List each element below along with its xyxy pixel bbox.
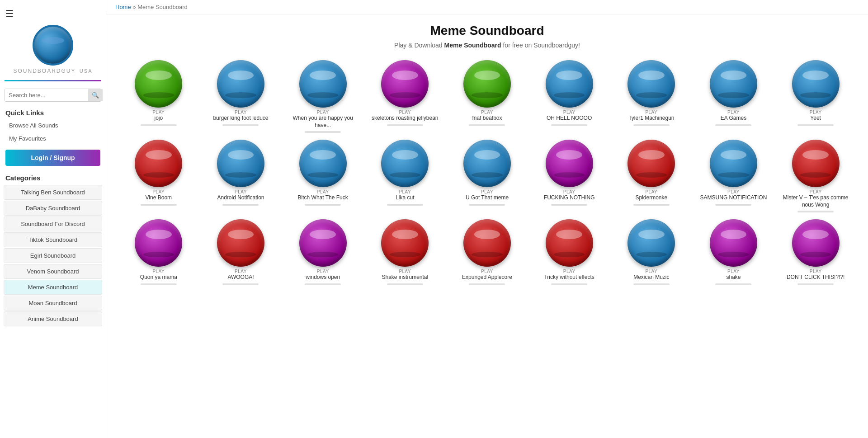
sound-progress [469,124,505,126]
play-button[interactable] [546,219,593,267]
play-button[interactable] [627,60,675,108]
play-button[interactable] [710,140,757,187]
play-text: PLAY [544,269,594,274]
sound-item[interactable]: PLAY jojo [120,60,198,133]
sound-item[interactable]: PLAY burger king foot leduce [202,60,280,133]
play-button[interactable] [710,219,757,267]
sound-item[interactable]: PLAY Expunged Applecore [448,219,526,285]
menu-icon[interactable]: ☰ [0,5,19,23]
play-button[interactable] [299,60,347,108]
play-button[interactable] [299,140,347,187]
play-text: PLAY [462,269,512,274]
play-button[interactable] [381,219,429,267]
play-button[interactable] [546,140,593,187]
sound-label: PLAY jojo [152,110,165,122]
play-button[interactable] [135,219,182,267]
sound-item[interactable]: PLAY Android Notification [202,140,280,212]
page-subtitle: Play & Download Meme Soundboard for free… [120,42,854,49]
subtitle-prefix: Play & Download [394,42,444,49]
play-text: PLAY [721,110,746,115]
category-item[interactable]: Soundboard For Discord [4,217,102,231]
play-button[interactable] [217,219,264,267]
breadcrumb-home[interactable]: Home [115,4,131,10]
play-button[interactable] [299,219,347,267]
play-button[interactable] [463,219,511,267]
sound-item[interactable]: PLAY shake [695,219,773,285]
play-button[interactable] [792,60,840,108]
page-title: Meme Soundboard [120,24,854,38]
sound-progress [469,283,505,285]
sound-item[interactable]: PLAY EA Games [695,60,773,133]
sound-name: Tricky without effects [544,274,594,281]
sound-item[interactable]: PLAY DON'T CLICK THIS!?!?! [777,219,854,285]
sound-name: When you are happy you have... [284,115,362,129]
play-button[interactable] [792,140,840,187]
sound-label: PLAY Expunged Applecore [462,269,512,281]
breadcrumb-separator: » [132,4,136,10]
sidebar-divider [5,80,101,81]
login-button[interactable]: Login / Signup [5,150,100,166]
sound-name: Lika cut [396,194,414,202]
play-button[interactable] [463,60,511,108]
sound-name: Quon ya mama [140,274,177,281]
play-button[interactable] [463,140,511,187]
play-button[interactable] [627,219,675,267]
sound-item[interactable]: PLAY AWOOGA! [202,219,280,285]
sound-label: PLAY AWOOGA! [227,269,254,281]
categories-title: Categories [0,170,106,184]
play-button[interactable] [217,140,264,187]
play-text: PLAY [298,189,348,194]
sound-name: Android Notification [217,194,264,202]
sound-name: SAMSUNG NOTIFICATION [700,194,767,202]
sound-label: PLAY SAMSUNG NOTIFICATION [700,189,767,202]
sound-item[interactable]: PLAY Quon ya mama [120,219,198,285]
play-button[interactable] [381,140,429,187]
sound-item[interactable]: PLAY windows open [284,219,362,285]
sound-item[interactable]: PLAY Mister V – T'es pas comme nous Wong [777,140,854,212]
sound-item[interactable]: PLAY SAMSUNG NOTIFICATION [695,140,773,212]
sound-progress [387,124,423,126]
category-item[interactable]: Tiktok Soundboard [4,232,102,247]
sound-item[interactable]: PLAY Tricky without effects [530,219,608,285]
sound-progress [633,204,670,206]
play-button[interactable] [381,60,429,108]
sound-name: EA Games [721,115,746,122]
search-button[interactable]: 🔍 [88,89,103,101]
sound-label: PLAY windows open [306,269,340,281]
category-item[interactable]: Egirl Soundboard [4,248,102,263]
sound-item[interactable]: PLAY Lika cut [366,140,444,212]
sound-item[interactable]: PLAY Tyler1 Machinegun [613,60,690,133]
category-item[interactable]: Venom Soundboard [4,264,102,279]
category-item[interactable]: Anime Soundboard [4,311,102,326]
category-item[interactable]: Meme Soundboard [4,280,102,295]
sound-item[interactable]: PLAY Shake instrumental [366,219,444,285]
play-button[interactable] [710,60,757,108]
favourites-link[interactable]: My Favourites [0,132,106,145]
sound-item[interactable]: PLAY Bitch What The Fuck [284,140,362,212]
sidebar-header: ☰ SOUNDBOARDGUY USA [0,0,106,76]
play-button[interactable] [792,219,840,267]
sound-progress [715,283,751,285]
sound-name: OH HELL NOOOO [547,115,592,122]
sound-item[interactable]: PLAY fnaf beatbox [448,60,526,133]
play-button[interactable] [135,60,182,108]
play-button[interactable] [627,140,675,187]
sound-item[interactable]: PLAY Vine Boom [120,140,198,212]
sound-item[interactable]: PLAY Yeet [777,60,854,133]
search-input[interactable] [5,89,88,101]
sound-item[interactable]: PLAY U Got That meme [448,140,526,212]
play-button[interactable] [135,140,182,187]
sound-item[interactable]: PLAY Spidermonke [613,140,690,212]
sound-item[interactable]: PLAY FUCKING NOTHING [530,140,608,212]
sound-item[interactable]: PLAY OH HELL NOOOO [530,60,608,133]
category-item[interactable]: DaBaby Soundboard [4,201,102,216]
sound-item[interactable]: PLAY skeletons roasting jellybean [366,60,444,133]
browse-all-link[interactable]: Browse All Sounds [0,119,106,132]
category-item[interactable]: Talking Ben Soundboard [4,185,102,200]
play-button[interactable] [217,60,264,108]
play-button[interactable] [546,60,593,108]
sound-item[interactable]: PLAY When you are happy you have... [284,60,362,133]
sound-name: windows open [306,274,340,281]
sound-item[interactable]: PLAY Mexican Muzic [613,219,690,285]
category-item[interactable]: Moan Soundboard [4,296,102,311]
